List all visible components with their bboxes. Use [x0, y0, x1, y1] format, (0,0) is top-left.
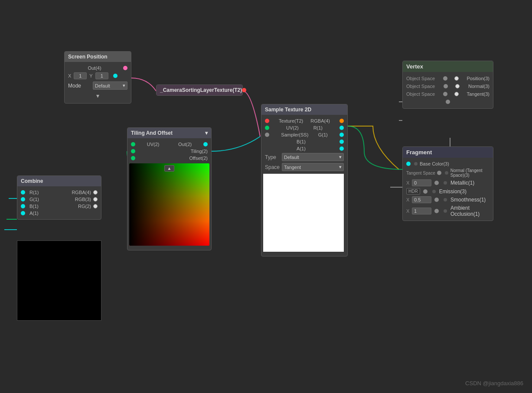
- collapse-button[interactable]: ▾: [65, 91, 131, 101]
- space-select[interactable]: Tangent ▾: [282, 163, 344, 171]
- tiling-uv-in-port[interactable]: [131, 142, 135, 146]
- g-out-port[interactable]: [339, 133, 344, 137]
- rgba-out-port[interactable]: [339, 119, 344, 123]
- combine-rgba-port[interactable]: [93, 190, 98, 195]
- camera-texture-port[interactable]: [242, 88, 246, 92]
- a-row: A(1): [261, 145, 347, 152]
- smoothness-value-input[interactable]: [412, 196, 431, 203]
- sampler-in-port[interactable]: [265, 133, 269, 137]
- offset-label: Offset(2): [189, 156, 208, 161]
- collapse-icon: ▾: [96, 92, 99, 99]
- metallic-value-input[interactable]: [412, 179, 431, 186]
- metallic-row: X Metallic(1): [403, 179, 493, 187]
- combine-a-in-port[interactable]: [21, 211, 25, 215]
- gradient-expand-btn[interactable]: ▲: [164, 165, 175, 172]
- offset-in-port[interactable]: [131, 156, 135, 160]
- sampler-label: Sampler(SS): [281, 132, 308, 137]
- type-select[interactable]: Default ▾: [282, 153, 344, 161]
- camera-texture-header: _CameraSortingLayerTexture(T2): [157, 85, 242, 95]
- uv-label: UV(2): [286, 125, 299, 130]
- ao-inner-port[interactable]: [444, 209, 447, 213]
- normal-tangent-inner-port[interactable]: [445, 171, 448, 175]
- screen-position-title: Screen Position: [68, 54, 108, 60]
- tiling-label: Tiling(2): [191, 149, 208, 154]
- tiling-uv-row: UV(2) Out(2): [127, 141, 211, 148]
- b-out-port[interactable]: [339, 140, 344, 144]
- smoothness-label: Smoothness(1): [450, 197, 490, 203]
- sample-texture-node: Sample Texture 2D Texture(T2) RGBA(4) UV…: [261, 104, 348, 257]
- vertex-node: Vertex Object Space Position(3) Object S…: [402, 61, 493, 109]
- tiling-offset-title: Tiling And Offset: [131, 130, 173, 136]
- smoothness-inner-port[interactable]: [444, 198, 447, 201]
- x-value[interactable]: 1: [74, 72, 87, 79]
- tiling-offset-header: Tiling And Offset ▾: [127, 128, 211, 138]
- combine-a-row: A(1): [17, 210, 101, 217]
- combine-rg-label: RG(2): [78, 204, 91, 209]
- normal-label: Normal(3): [468, 84, 490, 89]
- smoothness-in-port[interactable]: [434, 198, 439, 202]
- xy-out-port[interactable]: [113, 74, 117, 78]
- vertex-header: Vertex: [403, 61, 493, 72]
- uv-in-port[interactable]: [265, 126, 269, 130]
- combine-rgb-port[interactable]: [93, 197, 98, 201]
- screen-position-out-port[interactable]: [123, 66, 127, 70]
- texture-preview: [263, 174, 344, 252]
- combine-r-in-port[interactable]: [21, 190, 25, 195]
- tiling-out-port[interactable]: [203, 142, 208, 146]
- y-value[interactable]: 1: [95, 72, 108, 79]
- type-value: Default: [284, 155, 299, 160]
- tangent-out-port[interactable]: [454, 92, 459, 96]
- mode-label: Mode: [68, 83, 81, 89]
- combine-g-in-port[interactable]: [21, 197, 25, 201]
- combine-r-row: R(1) RGBA(4): [17, 189, 101, 196]
- black-preview: [17, 240, 101, 321]
- vertex-title: Vertex: [406, 63, 423, 70]
- combine-rg-port[interactable]: [93, 204, 98, 208]
- ao-row: X Ambient Occlusion(1): [403, 204, 493, 218]
- ao-in-port[interactable]: [434, 209, 439, 213]
- screen-position-node: Screen Position Out(4) X 1 Y 1 Mode Defa…: [64, 51, 131, 104]
- normal-tangent-label: Normal (Tangent Space)(3): [450, 168, 490, 178]
- tangent-in-port[interactable]: [443, 92, 447, 96]
- vertex-connector-dot: [446, 100, 450, 104]
- combine-g-row: G(1) RGB(3): [17, 196, 101, 203]
- combine-b-in-port[interactable]: [21, 204, 25, 208]
- y-label: Y: [89, 73, 92, 78]
- metallic-inner-port[interactable]: [444, 181, 447, 185]
- combine-title: Combine: [21, 178, 43, 184]
- fragment-title: Fragment: [406, 149, 432, 156]
- combine-b-row: B(1) RG(2): [17, 203, 101, 210]
- normal-in-port[interactable]: [444, 84, 448, 88]
- r-out-port[interactable]: [339, 126, 344, 130]
- texture-in-port[interactable]: [265, 119, 269, 123]
- emission-in-port[interactable]: [423, 189, 428, 194]
- camera-texture-title: _CameraSortingLayerTexture(T2): [160, 87, 242, 93]
- x-label-metallic: X: [406, 180, 411, 185]
- tangent-row: Object Space Tangent(3): [403, 90, 493, 98]
- mode-select[interactable]: Default ▾: [93, 81, 127, 90]
- position-in-port[interactable]: [443, 76, 447, 81]
- emission-inner-port[interactable]: [432, 190, 436, 193]
- position-out-port[interactable]: [454, 76, 459, 81]
- ao-value-input[interactable]: [412, 208, 431, 214]
- offset-row: Offset(2): [127, 155, 211, 162]
- a-out-port[interactable]: [339, 146, 344, 151]
- base-color-label: Base Color(3): [420, 161, 490, 166]
- metallic-in-port[interactable]: [434, 181, 439, 185]
- rgba-out-label: RGBA(4): [310, 118, 330, 123]
- tangent-space-label: Tangent Space: [406, 171, 435, 175]
- tiling-offset-expand[interactable]: ▾: [205, 130, 208, 136]
- watermark: CSDN @jiangdaxia886: [465, 380, 523, 387]
- space-field: Space Tangent ▾: [261, 162, 347, 172]
- base-color-port[interactable]: [406, 162, 411, 166]
- combine-a-label: A(1): [29, 211, 98, 216]
- normal-tangent-in-port[interactable]: [437, 171, 441, 175]
- camera-texture-node: _CameraSortingLayerTexture(T2): [156, 84, 243, 96]
- tiling-in-port[interactable]: [131, 149, 135, 153]
- b-row: B(1): [261, 138, 347, 145]
- base-color-inner-port[interactable]: [414, 162, 418, 166]
- normal-out-port[interactable]: [455, 84, 460, 88]
- base-color-row: Base Color(3): [403, 160, 493, 167]
- metallic-label: Metallic(1): [450, 180, 490, 186]
- combine-node: Combine R(1) RGBA(4) G(1) RGB(3) B(1) RG…: [17, 175, 101, 220]
